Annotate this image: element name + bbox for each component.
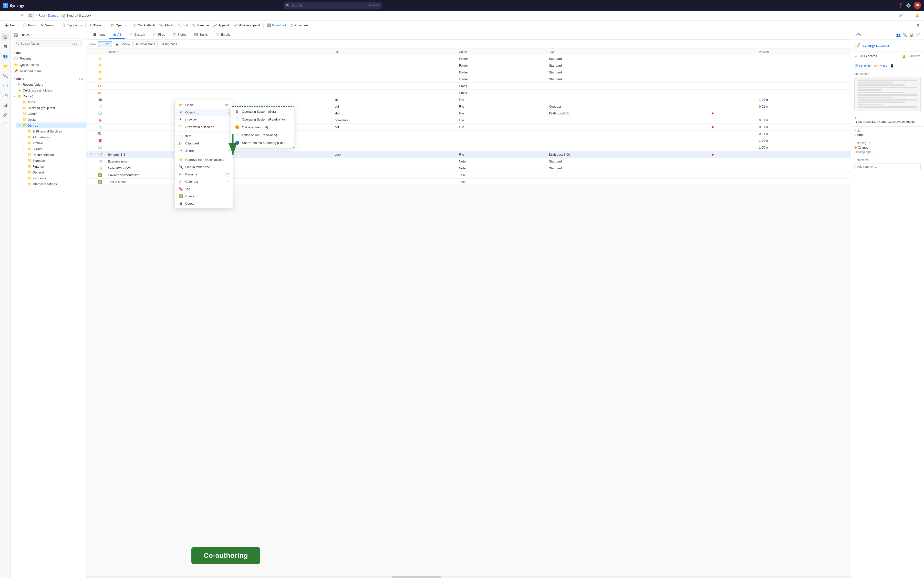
h-scroll-thumb[interactable] — [392, 576, 441, 578]
email-nav-icon[interactable]: ✉️ — [2, 81, 9, 89]
big-icons-view-button[interactable]: ⊟ Big icons — [159, 41, 180, 47]
sidebar-search[interactable]: 🔍 Cmd + K — [11, 39, 86, 49]
search-input[interactable] — [284, 2, 382, 9]
comment-input[interactable] — [854, 163, 921, 170]
cm-rename[interactable]: ✏ Rename F2 — [174, 170, 233, 178]
tree-clients[interactable]: › 📁 Clients — [16, 111, 86, 117]
table-row[interactable]: 📁 Folder Standard — [86, 62, 851, 69]
path-button[interactable]: 📂 Path ▾ — [874, 64, 887, 68]
panel-toggle-button[interactable]: ⊞ — [914, 22, 921, 28]
quick-access-item[interactable]: ⭐ Quick access — [11, 62, 86, 68]
link-nav-icon[interactable]: 🔗 — [2, 111, 9, 119]
people-nav-icon[interactable]: 👥 — [2, 52, 9, 60]
tree-internal[interactable]: › 📁 Internal meetings — [21, 181, 86, 187]
recents-item[interactable]: 🕐 Recents — [11, 55, 86, 62]
attach-button[interactable]: 📎 Attach — [157, 22, 175, 28]
view-button[interactable]: 👁 View ▾ — [39, 23, 56, 28]
subscribe-label[interactable]: Subscribe — [908, 54, 921, 58]
tab-all[interactable]: ⊞ All — [109, 31, 125, 39]
more-button[interactable]: ... — [310, 23, 317, 28]
tree-clients2[interactable]: › 📁 Clients — [21, 146, 86, 152]
table-row[interactable]: ✉ Email — [86, 83, 851, 89]
cm-open-in[interactable]: ↗ Open in... › 🖥 Operating System (Edit)… — [174, 109, 233, 116]
cm-tag[interactable]: 🔖 Tag — [174, 185, 233, 193]
global-search[interactable]: 🔍 Cmd + S — [284, 2, 382, 9]
forward-button[interactable]: → — [11, 13, 18, 18]
tab-custom[interactable]: 📄 Custom — [125, 31, 149, 39]
drive-button[interactable]: 🏠 — [27, 13, 34, 18]
nav-link-icon[interactable]: 🔗 — [897, 13, 905, 18]
table-row[interactable]: 📁 Folder Standard — [86, 55, 851, 62]
download-button[interactable]: ⬇️ Download — [265, 22, 288, 28]
folder-toggle[interactable]: ⊙ — [81, 77, 83, 81]
tree-recent-folders[interactable]: › 🕐 Recent folders — [11, 81, 86, 87]
star-nav-icon[interactable]: ⭐ — [2, 62, 9, 70]
append-button[interactable]: 🔗 Append — [211, 22, 231, 28]
preview-view-button[interactable]: ▣ Preview — [113, 41, 133, 47]
tab-emails[interactable]: ✉️ Emails — [211, 31, 234, 39]
email2-nav-icon[interactable]: 📧 — [2, 91, 9, 99]
sm-os-readonly[interactable]: 📄 Operating System (Read-only) — [231, 115, 294, 123]
ext-header[interactable]: Ext. — [331, 49, 456, 55]
tree-backend[interactable]: › 📁 Backend group test — [16, 105, 86, 111]
open-button[interactable]: 📂 Open ▾ — [109, 22, 128, 28]
refresh-button[interactable]: ↺ — [19, 13, 26, 18]
cm-check[interactable]: ✅ Check... — [174, 193, 233, 200]
assigned-item[interactable]: 📌 Assigned to me — [11, 68, 86, 74]
tree-demos[interactable]: ▾ 📂 Demos — [16, 122, 86, 128]
info-people-icon[interactable]: 👥 — [896, 33, 901, 37]
share-button[interactable]: ↗ Share ▾ — [87, 22, 106, 28]
table-row[interactable]: 📁 Folder Standard — [86, 69, 851, 76]
item-button[interactable]: 📄 Item ▾ — [21, 22, 38, 28]
tree-financial[interactable]: › 📁 1- Financial Services — [21, 128, 86, 134]
new-button[interactable]: ➕ New ▾ — [3, 22, 21, 28]
quick-attach-button[interactable]: 📎 Quick attach — [131, 22, 157, 28]
multiple-append-button[interactable]: 🔗 Multiple append — [231, 22, 262, 28]
breadcrumb-demos[interactable]: Demos — [48, 14, 58, 17]
list-view-button[interactable]: ☰ List — [98, 41, 112, 47]
tree-quick-access-folders[interactable]: › ⭐ Quick access folders — [11, 87, 86, 93]
tree-decks[interactable]: › 📁 Decks — [16, 117, 86, 122]
hyperlink-button[interactable]: 🔗 Hyperlink — [854, 64, 871, 68]
cm-find-folder[interactable]: 🔍 Find in folder tree — [174, 163, 233, 170]
breadcrumb-root[interactable]: Root — [38, 14, 45, 17]
info-doc-icon[interactable]: 📄 — [916, 33, 921, 37]
doc-nav-icon[interactable]: 📄 — [2, 120, 9, 128]
tab-files[interactable]: 📄 Files — [149, 31, 169, 39]
tree-finance[interactable]: › 📁 Finance — [21, 164, 86, 169]
nav-download-icon[interactable]: ⬇ — [906, 13, 912, 18]
table-row[interactable]: 📁 Folder Standard — [86, 76, 851, 83]
rename-button[interactable]: ✏️ Rename — [190, 22, 211, 28]
info-chart-icon[interactable]: 📊 — [909, 33, 914, 37]
tree-documentation[interactable]: › 📁 Documentation — [21, 152, 86, 157]
tree-apps[interactable]: › 📁 Apps — [16, 99, 86, 105]
grid-nav-icon[interactable]: ⊞ — [2, 42, 9, 50]
type-header[interactable]: Type — [546, 49, 709, 55]
clipboard-button[interactable]: 📋 Clipboard ▾ — [59, 22, 84, 28]
tree-general[interactable]: › 📁 General — [21, 169, 86, 175]
object-header[interactable]: Object — [456, 49, 546, 55]
cm-preview[interactable]: 👁 Preview — [174, 116, 233, 123]
edit-button[interactable]: ✏️ Edit — [176, 22, 190, 28]
info-search-icon[interactable]: 🔍 — [903, 33, 908, 37]
id-button[interactable]: 📱 ID — [890, 64, 898, 68]
chart-nav-icon[interactable]: 📊 — [2, 101, 9, 109]
tree-all-contracts[interactable]: › 📁 All contracts — [21, 134, 86, 140]
sm-os-edit[interactable]: 🖥 Operating System (Edit) — [231, 107, 294, 115]
tab-items[interactable]: ☰ Items — [89, 31, 109, 39]
folder-info-icon[interactable]: ℹ — [79, 77, 80, 81]
small-icons-view-button[interactable]: ⊞ Small icons — [133, 41, 158, 47]
tree-example[interactable]: › 📁 Example — [21, 157, 86, 164]
help-icon[interactable]: ❓ — [898, 3, 903, 8]
horizontal-scroll[interactable] — [86, 576, 851, 578]
search-nav-icon[interactable]: 🔍 — [2, 72, 9, 80]
cm-clipboard[interactable]: 📋 Clipboard › — [174, 140, 233, 147]
cm-open[interactable]: 📂 Open Enter — [174, 101, 233, 109]
cm-preview-fullscreen[interactable]: ⛶ Preview in fullscreen — [174, 123, 233, 130]
tree-insurance[interactable]: › 📁 Insurance — [21, 175, 86, 181]
cm-item[interactable]: 📄 Item — [174, 132, 233, 140]
tree-root[interactable]: ▾ 📁 Root (/) — [11, 93, 86, 99]
sm-office-edit[interactable]: 🟠 Office online (Edit) — [231, 123, 294, 131]
cm-remove-quick[interactable]: ⭐ Remove from Quick access — [174, 156, 233, 163]
color-tag-edit-icon[interactable]: ✏ — [869, 141, 871, 144]
